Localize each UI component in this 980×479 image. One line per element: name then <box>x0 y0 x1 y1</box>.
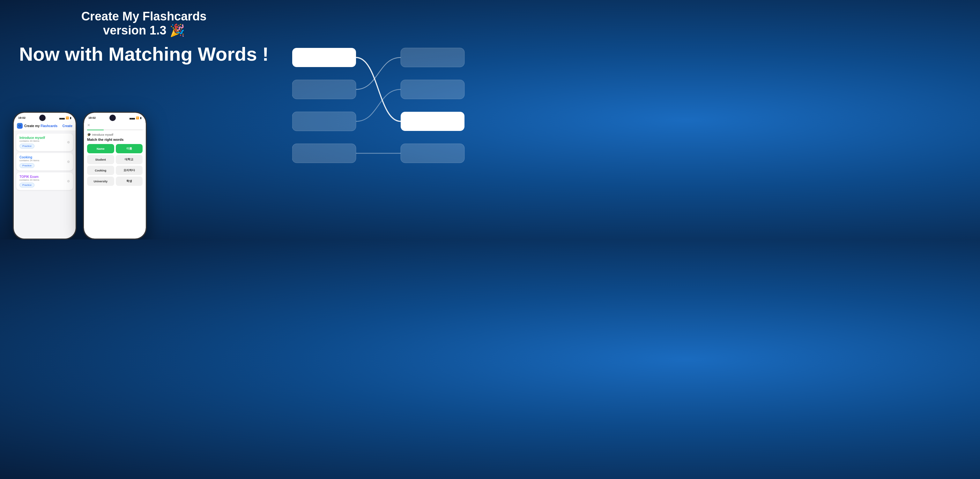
deck-label-text: Introduce myself <box>92 133 113 136</box>
match-grid: Name 이름 Student 대학교 Cooking 요리하다 Univers… <box>87 144 143 186</box>
app-logo-area: 🛡 Create my Flashcards <box>17 123 57 129</box>
deck-name-2: Cooking <box>19 155 67 159</box>
graduation-icon: 🎓 <box>87 133 91 136</box>
match-word-cooking-kr[interactable]: 요리하다 <box>116 166 143 175</box>
create-button[interactable]: Create <box>62 124 72 128</box>
match-word-cooking[interactable]: Cooking <box>87 166 114 175</box>
phone-1-frame: 19:02 ▄▄▄ 🛜 ▮ 🛡 Create my Flashcards Cre… <box>13 112 76 240</box>
deck-count-2: contains 24 items <box>19 159 67 162</box>
close-icon[interactable]: ✕ <box>87 123 90 128</box>
match-word-university[interactable]: University <box>87 177 114 186</box>
signal-icon: ▄▄▄ <box>59 117 65 120</box>
svg-rect-7 <box>401 144 465 163</box>
svg-rect-2 <box>292 112 356 131</box>
app-title: Create my Flashcards <box>24 124 57 128</box>
deck-card-2[interactable]: Cooking contains 24 items Practice ⚙ <box>16 153 73 171</box>
svg-rect-6 <box>401 112 465 131</box>
phone-1-screen: 19:02 ▄▄▄ 🛜 ▮ 🛡 Create my Flashcards Cre… <box>14 113 76 238</box>
svg-rect-4 <box>401 48 465 67</box>
phone2-status-icons: ▄▄▄ 🛜 ▮ <box>129 117 141 120</box>
practice-pill-3[interactable]: Practice <box>19 183 35 187</box>
match-word-university-kr[interactable]: 대학교 <box>116 155 143 164</box>
practice-pill-1[interactable]: Practice <box>19 144 35 148</box>
deck-card-inner-3: TOPIK Exam contains 24 items Practice <box>19 175 67 187</box>
phone-2-screen: 19:02 ▄▄▄ 🛜 ▮ ✕ 🎓 Introduce myself <box>84 113 146 238</box>
match-word-name[interactable]: Name <box>87 144 114 153</box>
match-word-name-kr[interactable]: 이름 <box>116 144 143 153</box>
diagram-svg <box>292 45 471 182</box>
deck-list: Introduce myself contains 24 items Pract… <box>14 131 76 238</box>
deck-card-inner-1: Introduce myself contains 24 items Pract… <box>19 136 67 148</box>
phone-1-status-bar: 19:02 ▄▄▄ 🛜 ▮ <box>14 113 76 121</box>
battery-icon: ▮ <box>70 117 71 120</box>
app-logo-icon: 🛡 <box>17 123 23 129</box>
version-label: version 1.3 🎉 <box>103 24 185 37</box>
gear-icon-3[interactable]: ⚙ <box>67 179 70 183</box>
practice-pill-2[interactable]: Practice <box>19 163 35 168</box>
deck-name-1: Introduce myself <box>19 136 67 139</box>
svg-rect-0 <box>292 48 356 67</box>
deck-card-1[interactable]: Introduce myself contains 24 items Pract… <box>16 134 73 151</box>
gear-icon-2[interactable]: ⚙ <box>67 160 70 163</box>
header-title: Create My Flashcards version 1.3 🎉 <box>19 10 269 37</box>
app-header: 🛡 Create my Flashcards Create <box>14 121 76 131</box>
deck-label-row: 🎓 Introduce myself <box>87 133 143 136</box>
svg-rect-1 <box>292 80 356 99</box>
phone-1-time: 19:02 <box>18 116 25 120</box>
phone2-signal-icon: ▄▄▄ <box>129 117 135 120</box>
deck-count-1: contains 24 items <box>19 139 67 142</box>
phone2-content: 🎓 Introduce myself Match the right words… <box>84 130 146 188</box>
phone-2-time: 19:02 <box>88 116 96 120</box>
match-title: Match the right words <box>87 137 143 142</box>
deck-count-3: contains 24 items <box>19 179 67 181</box>
diagram-area <box>292 45 471 182</box>
svg-rect-5 <box>401 80 465 99</box>
phones-container: 19:02 ▄▄▄ 🛜 ▮ 🛡 Create my Flashcards Cre… <box>13 112 147 240</box>
camera-notch <box>39 115 46 121</box>
phone-2-status-bar: 19:02 ▄▄▄ 🛜 ▮ <box>84 113 146 121</box>
match-word-student[interactable]: Student <box>87 155 114 164</box>
status-icons: ▄▄▄ 🛜 ▮ <box>59 117 71 120</box>
gear-icon-1[interactable]: ⚙ <box>67 141 70 144</box>
deck-card-3[interactable]: TOPIK Exam contains 24 items Practice ⚙ <box>16 172 73 190</box>
app-title-part2: Flashcards <box>40 124 57 128</box>
phone2-header: ✕ <box>84 121 146 129</box>
wifi-icon: 🛜 <box>66 117 69 120</box>
deck-card-inner-2: Cooking contains 24 items Practice <box>19 155 67 168</box>
phone2-battery-icon: ▮ <box>140 117 141 120</box>
deck-name-3: TOPIK Exam <box>19 175 67 179</box>
app-name: Create My Flashcards <box>81 10 207 23</box>
phone-2-frame: 19:02 ▄▄▄ 🛜 ▮ ✕ 🎓 Introduce myself <box>83 112 147 240</box>
app-title-part1: Create my <box>24 124 40 128</box>
header-area: Create My Flashcards version 1.3 🎉 Now w… <box>19 10 269 65</box>
match-word-student-kr[interactable]: 학생 <box>116 177 143 186</box>
tagline: Now with Matching Words ! <box>19 44 269 65</box>
svg-rect-3 <box>292 144 356 163</box>
phone2-wifi-icon: 🛜 <box>136 117 139 120</box>
phone2-camera-notch <box>110 115 116 121</box>
